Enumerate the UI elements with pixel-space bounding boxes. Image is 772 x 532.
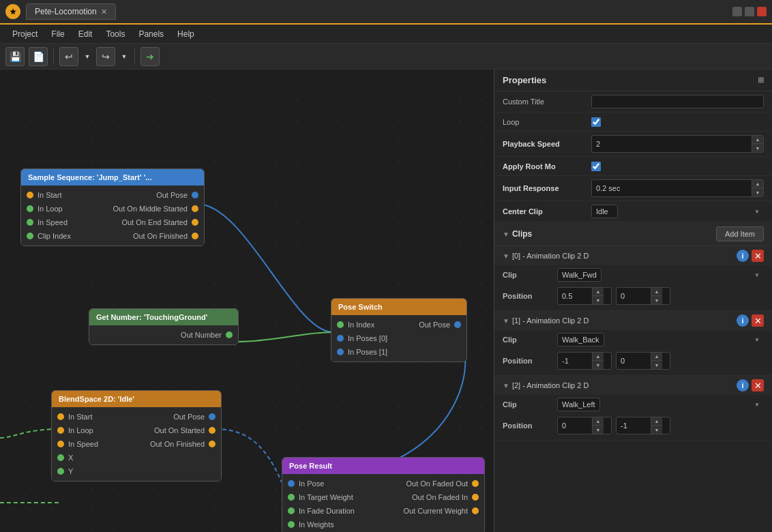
clip-2-clip-select-wrapper[interactable]: Walk_Left [557,398,764,411]
node-pose-result[interactable]: Pose Result In Pose Out On Faded Out In … [282,457,485,532]
port-pr-intarget[interactable] [288,494,295,501]
clip-2-pos-x-input[interactable] [558,419,592,432]
menu-project[interactable]: Project [5,27,44,42]
port-in-poses1[interactable] [337,349,344,355]
port-out-finished[interactable] [192,233,198,239]
port-in-speed[interactable] [27,219,33,226]
port-pr-outcurrent[interactable] [472,507,479,514]
clip-1-toggle[interactable]: ▼ [503,317,509,325]
clip-2-clip-select[interactable]: Walk_Left [557,398,600,411]
clip-1-pos-x-input[interactable] [558,355,592,367]
input-response-spinbox[interactable]: 0.2 sec ▲ ▼ [591,179,764,197]
clip-2-toggle[interactable]: ▼ [503,382,509,389]
port-out-pose-ps[interactable] [454,321,461,328]
clip-2-posx-down[interactable]: ▼ [593,426,604,434]
clip-0-pos-y-spinbox[interactable]: ▲ ▼ [616,287,670,305]
port-in-loop[interactable] [27,205,33,212]
port-in-index[interactable] [337,321,344,328]
input-response-down[interactable]: ▼ [752,188,763,196]
node-blendspace[interactable]: BlendSpace 2D: 'Idle' In Start Out Pose … [51,390,222,482]
clip-0-posy-down[interactable]: ▼ [651,296,662,304]
clip-2-pos-y-spinbox[interactable]: ▲ ▼ [616,417,670,434]
clip-0-posy-up[interactable]: ▲ [651,288,662,296]
input-response-up[interactable]: ▲ [752,180,763,188]
clip-0-posx-up[interactable]: ▲ [593,288,604,296]
clip-1-posy-down[interactable]: ▼ [651,361,662,369]
loop-checkbox[interactable] [591,117,601,127]
port-out-end[interactable] [192,219,198,226]
minimize-button[interactable] [732,7,742,16]
port-out-middle[interactable] [192,205,198,212]
clip-1-clip-select-wrapper[interactable]: Walk_Back [557,333,764,346]
menu-edit[interactable]: Edit [72,27,100,42]
port-bs-inspeed[interactable] [57,441,64,447]
clip-1-pos-y-input[interactable] [617,355,651,367]
expand-icon[interactable]: ⊞ [758,76,764,85]
clip-2-info-button[interactable]: i [737,379,749,391]
clip-0-info-button[interactable]: i [737,250,749,262]
main-tab[interactable]: Pete-Locomotion ✕ [26,3,116,20]
playback-speed-down[interactable]: ▼ [752,144,763,152]
menu-tools[interactable]: Tools [99,27,132,42]
port-bs-x[interactable] [57,454,64,461]
playback-speed-spinbox[interactable]: 2 ▲ ▼ [591,135,764,153]
clip-2-pos-y-input[interactable] [617,419,651,432]
port-bs-instart[interactable] [57,413,64,420]
clip-1-posy-up[interactable]: ▲ [651,353,662,361]
clip-0-toggle[interactable]: ▼ [503,252,509,260]
clip-0-clip-select-wrapper[interactable]: Walk_Fwd [557,268,764,282]
port-pr-inweights[interactable] [288,521,295,528]
clip-1-clip-select[interactable]: Walk_Back [557,333,604,346]
clip-1-posx-down[interactable]: ▼ [593,361,604,369]
clip-2-delete-button[interactable]: ✕ [752,379,764,391]
clip-1-posx-up[interactable]: ▲ [593,353,604,361]
port-out-number[interactable] [226,331,233,338]
node-get-number[interactable]: Get Number: 'TouchingGround' Out Number [89,308,239,345]
clip-2-pos-x-spinbox[interactable]: ▲ ▼ [557,417,612,434]
port-bs-outpose[interactable] [209,413,216,420]
custom-title-input[interactable] [591,95,764,108]
port-out-pose[interactable] [192,192,198,198]
node-pose-switch[interactable]: Pose Switch In Index Out Pose In Poses [… [331,298,467,362]
save-as-button[interactable]: 📄 [29,47,48,66]
tab-close-icon[interactable]: ✕ [101,8,107,16]
clip-1-info-button[interactable]: i [737,314,749,327]
clip-0-clip-select[interactable]: Walk_Fwd [557,268,602,282]
port-bs-outfinished[interactable] [209,441,216,447]
port-pr-infade[interactable] [288,507,295,514]
close-button[interactable] [757,7,767,16]
port-in-start[interactable] [27,192,33,198]
port-pr-inpose[interactable] [288,480,295,487]
undo-button[interactable]: ↩ [59,47,78,66]
node-sample-sequence[interactable]: Sample Sequence: 'Jump_Start' '... In St… [20,168,205,246]
add-item-button[interactable]: Add Item [716,226,764,241]
port-pr-outfadedout[interactable] [472,480,479,487]
undo-dropdown[interactable]: ▼ [83,47,92,66]
clip-2-posy-up[interactable]: ▲ [651,417,662,426]
clip-1-pos-y-spinbox[interactable]: ▲ ▼ [616,352,670,370]
menu-help[interactable]: Help [170,27,201,42]
clip-0-pos-x-input[interactable] [558,290,592,302]
port-in-poses0[interactable] [337,335,344,342]
maximize-button[interactable] [745,7,754,16]
clip-0-posx-down[interactable]: ▼ [593,296,604,304]
port-bs-inloop[interactable] [57,427,64,434]
port-clip-idx[interactable] [27,233,33,239]
playback-speed-up[interactable]: ▲ [752,136,763,144]
clip-1-pos-x-spinbox[interactable]: ▲ ▼ [557,352,612,370]
port-pr-outfadedin[interactable] [472,494,479,501]
center-clip-select[interactable]: Idle Walk Run [591,205,618,218]
menu-file[interactable]: File [44,27,71,42]
menu-panels[interactable]: Panels [132,27,170,42]
center-clip-select-wrapper[interactable]: Idle Walk Run [591,205,764,218]
clip-0-delete-button[interactable]: ✕ [752,250,764,262]
clips-toggle[interactable]: ▼ [503,231,509,238]
clip-0-pos-y-input[interactable] [617,290,651,302]
canvas-area[interactable]: Sample Sequence: 'Jump_Start' '... In St… [0,70,494,532]
redo-button[interactable]: ↪ [96,47,115,66]
port-bs-outstarted[interactable] [209,427,216,434]
redo-dropdown[interactable]: ▼ [119,47,129,66]
export-button[interactable]: ➜ [140,47,160,66]
clip-1-delete-button[interactable]: ✕ [752,314,764,327]
port-bs-y[interactable] [57,468,64,475]
